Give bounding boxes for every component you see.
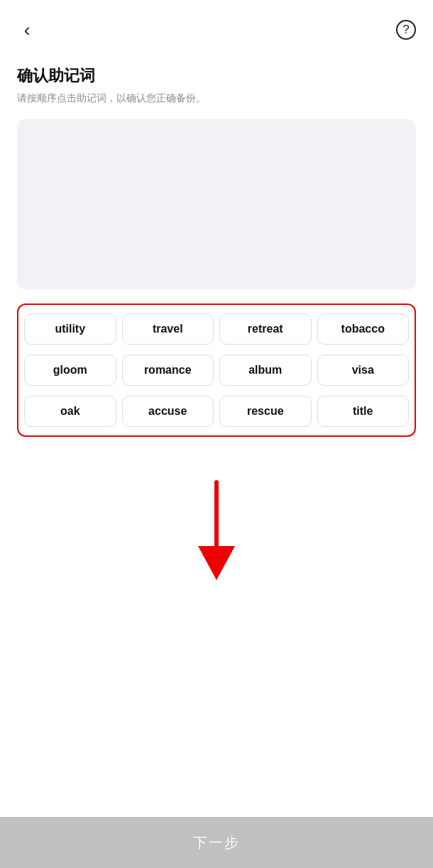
word-grid: utilitytravelretreattobaccogloomromancea…: [24, 313, 409, 427]
word-chip[interactable]: rescue: [219, 396, 312, 427]
word-chip[interactable]: title: [317, 396, 410, 427]
next-button[interactable]: 下一步: [0, 817, 433, 868]
arrow-area: [0, 454, 433, 603]
word-chip[interactable]: oak: [24, 396, 116, 427]
word-chip[interactable]: retreat: [219, 313, 312, 345]
word-chip[interactable]: accuse: [122, 396, 214, 427]
word-chip[interactable]: travel: [122, 313, 214, 345]
main-content: 确认助记词 请按顺序点击助记词，以确认您正确备份。 utilitytravelr…: [0, 54, 433, 437]
page-subtitle: 请按顺序点击助记词，以确认您正确备份。: [17, 92, 416, 105]
back-icon: ‹: [24, 21, 31, 39]
word-chip[interactable]: visa: [317, 355, 410, 386]
word-chip[interactable]: utility: [24, 313, 116, 345]
header: ‹ ?: [0, 6, 433, 54]
word-chip[interactable]: tobacco: [317, 313, 410, 345]
arrow-icon: [188, 475, 245, 589]
back-button[interactable]: ‹: [14, 17, 40, 43]
page-title: 确认助记词: [17, 65, 416, 87]
word-chip[interactable]: romance: [122, 355, 214, 386]
word-chip[interactable]: gloom: [24, 355, 116, 386]
word-chip[interactable]: album: [219, 355, 312, 386]
word-selection-container: utilitytravelretreattobaccogloomromancea…: [17, 304, 416, 437]
help-button[interactable]: ?: [393, 17, 419, 43]
help-icon: ?: [396, 20, 416, 40]
svg-marker-1: [198, 546, 235, 580]
mnemonic-display-area: [17, 119, 416, 289]
